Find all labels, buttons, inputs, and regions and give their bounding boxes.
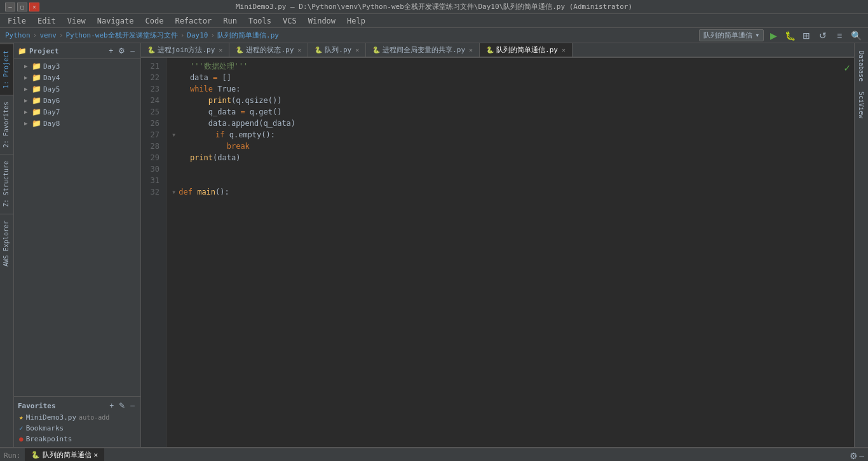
project-collapse-button[interactable]: – xyxy=(128,46,137,56)
right-sidebar: Database SciView xyxy=(854,43,868,447)
tree-item-day5[interactable]: ▶ 📁 Day5 xyxy=(22,83,140,95)
favorites-add-button[interactable]: + xyxy=(107,401,116,411)
window-title: MiniDemo3.py – D:\Python\venv\Python-web… xyxy=(43,2,825,11)
check-mark: ✓ xyxy=(844,62,850,74)
title-bar: – □ ✕ MiniDemo3.py – D:\Python\venv\Pyth… xyxy=(0,0,868,14)
favorite-breakpoints[interactable]: ● Breakpoints xyxy=(14,434,140,444)
menu-navigate[interactable]: Navigate xyxy=(92,15,139,27)
menu-view[interactable]: View xyxy=(62,15,91,27)
project-panel-header: 📁 Project + ⚙ – xyxy=(14,43,140,59)
bottom-tabs-bar: Run: 🐍 队列的简单通信 ✕ ⚙ – xyxy=(0,448,868,461)
tree-item-day4[interactable]: ▶ 📁 Day4 xyxy=(22,72,140,83)
run-button[interactable]: ▶ xyxy=(766,29,780,42)
menu-tools[interactable]: Tools xyxy=(243,15,276,27)
close-button[interactable]: ✕ xyxy=(29,3,39,11)
tab-close-comm[interactable]: ✕ xyxy=(562,46,566,53)
bottom-panel: Run: 🐍 队列的简单通信 ✕ ⚙ – ▶ ■ ↑ ↓ ⬚ 🖨 🗑 D:\Py… xyxy=(0,447,868,461)
menu-edit[interactable]: Edit xyxy=(32,15,61,27)
bottom-collapse-button[interactable]: – xyxy=(859,451,864,461)
favorites-section: Favorites + ✎ – ★ MiniDemo3.py auto-add … xyxy=(14,396,140,447)
menu-file[interactable]: File xyxy=(3,15,31,27)
menu-vcs[interactable]: VCS xyxy=(278,15,302,27)
menu-window[interactable]: Window xyxy=(303,15,341,27)
project-add-button[interactable]: + xyxy=(107,46,115,56)
toolbar-right: 队列的简单通信 ▾ ▶ 🐛 ⊞ ↺ ≡ 🔍 xyxy=(699,29,863,42)
menu-bar: File Edit View Navigate Code Refactor Ru… xyxy=(0,14,868,28)
tab-close-join[interactable]: ✕ xyxy=(219,46,222,53)
run-config-label: 队列的简单通信 xyxy=(703,31,752,40)
maximize-button[interactable]: □ xyxy=(17,3,27,11)
tab-comm-active[interactable]: 🐍 队列的简单通信.py ✕ xyxy=(480,43,573,58)
minimize-button[interactable]: – xyxy=(5,3,15,11)
menu-help[interactable]: Help xyxy=(342,15,370,27)
favorites-header: Favorites + ✎ – xyxy=(14,399,140,412)
favorite-bookmarks[interactable]: ✓ Bookmarks xyxy=(14,423,140,434)
tab-global[interactable]: 🐍 进程间全局变量的共享.py ✕ xyxy=(366,43,480,57)
right-tab-sciview[interactable]: SciView xyxy=(857,86,866,123)
tree-item-day8[interactable]: ▶ 📁 Day8 xyxy=(22,118,140,129)
editor-tabs-bar: 🐍 进程join方法.py ✕ 🐍 进程的状态.py ✕ 🐍 队列.py ✕ 🐍… xyxy=(141,43,854,58)
bc-venv[interactable]: venv xyxy=(39,31,57,39)
bottom-tab-actions: ⚙ – xyxy=(850,451,868,461)
sidebar-tab-favorites[interactable]: 2: Favorites xyxy=(0,95,13,154)
tab-state[interactable]: 🐍 进程的状态.py ✕ xyxy=(229,43,308,57)
menu-refactor[interactable]: Refactor xyxy=(170,15,217,27)
run-config-dropdown[interactable]: 队列的简单通信 ▾ xyxy=(699,29,764,41)
sidebar-tab-project[interactable]: 1: Project xyxy=(0,43,13,95)
tab-queue[interactable]: 🐍 队列.py ✕ xyxy=(308,43,366,57)
tab-close-queue[interactable]: ✕ xyxy=(355,46,359,53)
favorites-edit-button[interactable]: ✎ xyxy=(117,401,127,411)
project-panel-title: Project xyxy=(29,47,58,55)
search-button[interactable]: 🔍 xyxy=(849,29,863,42)
bc-day10[interactable]: Day10 xyxy=(187,31,208,39)
editor-area: 🐍 进程join方法.py ✕ 🐍 进程的状态.py ✕ 🐍 队列.py ✕ 🐍… xyxy=(141,43,854,447)
breadcrumb: Python › venv › Python-web全栈开发课堂练习文件 › D… xyxy=(5,31,279,40)
menu-code[interactable]: Code xyxy=(140,15,169,27)
tree-item-day6[interactable]: ▶ 📁 Day6 xyxy=(22,95,140,106)
right-tab-database[interactable]: Database xyxy=(857,46,866,86)
bc-file[interactable]: 队列的简单通信.py xyxy=(217,31,279,40)
sidebar-tab-aws[interactable]: AWS Explorer xyxy=(0,214,13,273)
breadcrumb-bar: Python › venv › Python-web全栈开发课堂练习文件 › D… xyxy=(0,28,868,43)
tab-join[interactable]: 🐍 进程join方法.py ✕ xyxy=(141,43,229,57)
coverage-button[interactable]: ⊞ xyxy=(799,29,813,42)
project-settings-button[interactable]: ⚙ xyxy=(116,46,127,56)
menu-run[interactable]: Run xyxy=(218,15,242,27)
bottom-settings-button[interactable]: ⚙ xyxy=(850,451,858,461)
run-tab-close[interactable]: ✕ xyxy=(94,451,98,459)
debug-button[interactable]: 🐛 xyxy=(783,29,797,42)
tree-item-day3[interactable]: ▶ 📁 Day3 xyxy=(22,60,140,72)
favorite-minidemo[interactable]: ★ MiniDemo3.py auto-add xyxy=(14,412,140,423)
tree-item-day7[interactable]: ▶ 📁 Day7 xyxy=(22,106,140,118)
favorites-remove-button[interactable]: – xyxy=(128,401,137,411)
tab-close-state[interactable]: ✕ xyxy=(297,46,301,53)
run-tab-comm[interactable]: 🐍 队列的简单通信 ✕ xyxy=(25,448,105,461)
bc-course[interactable]: Python-web全栈开发课堂练习文件 xyxy=(66,31,178,40)
code-editor[interactable]: ✓ 21 22 23 24 25 26 27 28 29 30 31 32 ''… xyxy=(141,58,854,447)
tab-close-global[interactable]: ✕ xyxy=(469,46,473,53)
profile-button[interactable]: ↺ xyxy=(816,29,830,42)
project-panel: 📁 Project + ⚙ – ▶ 📁 Day3 ▶ 📁 Day4 ▶ xyxy=(14,43,141,447)
line-numbers: 21 22 23 24 25 26 27 28 29 30 31 32 xyxy=(141,58,166,447)
code-content[interactable]: '''数据处理''' data = [] while True: print(q… xyxy=(166,58,854,447)
bc-python[interactable]: Python xyxy=(5,31,31,39)
main-layout: 1: Project 2: Favorites Z: Structure AWS… xyxy=(0,43,868,447)
project-tree: ▶ 📁 Day3 ▶ 📁 Day4 ▶ 📁 Day5 ▶ 📁 Day6 ▶ xyxy=(14,59,140,396)
sidebar-tab-structure[interactable]: Z: Structure xyxy=(0,154,13,213)
run-tab-icon: 🐍 xyxy=(31,451,40,459)
run-config-chevron: ▾ xyxy=(755,31,759,39)
more-run-button[interactable]: ≡ xyxy=(832,29,846,42)
